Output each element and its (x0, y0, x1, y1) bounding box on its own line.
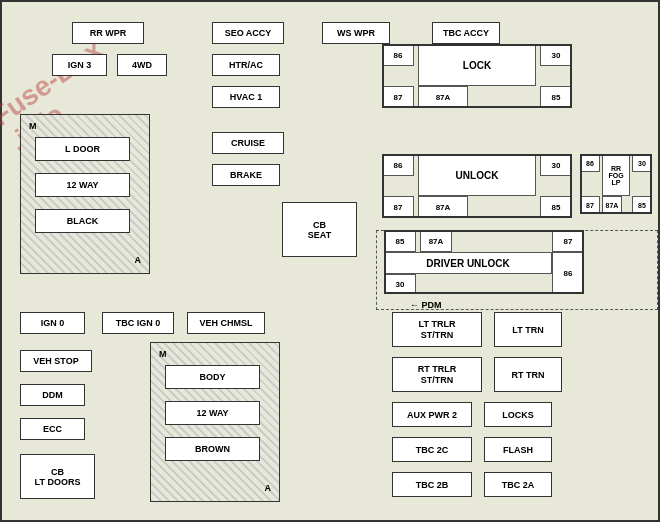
htr-ac: HTR/AC (212, 54, 280, 76)
lock-label: LOCK (418, 44, 536, 86)
du-30: 30 (384, 274, 416, 294)
lock-86: 86 (382, 44, 414, 66)
cb-lt-doors: CB LT DOORS (20, 454, 95, 499)
l-door: L DOOR (35, 137, 130, 161)
rr-fog-lp-group: 86 30 RR FOG LP 87 87A 85 (580, 154, 652, 218)
du-87: 87 (552, 230, 584, 252)
lock-85: 85 (540, 86, 572, 108)
rt-trlr-st-trn: RT TRLR ST/TRN (392, 357, 482, 392)
fuse-diagram: Fuse-Box .info RR WPR SEO ACCY WS WPR TB… (0, 0, 660, 522)
cb-seat: CB SEAT (282, 202, 357, 257)
rt-trn: RT TRN (494, 357, 562, 392)
unlock-30: 30 (540, 154, 572, 176)
m-label: M (29, 121, 37, 131)
a-label: A (135, 255, 142, 265)
body: BODY (165, 365, 260, 389)
unlock-85: 85 (540, 196, 572, 218)
veh-stop: VEH STOP (20, 350, 92, 372)
lt-trn: LT TRN (494, 312, 562, 347)
center-bottom-panel: M BODY 12 WAY BROWN A (150, 342, 280, 502)
twelve-way: 12 WAY (35, 173, 130, 197)
unlock-86: 86 (382, 154, 414, 176)
locks: LOCKS (484, 402, 552, 427)
rr-wpr: RR WPR (72, 22, 144, 44)
brown: BROWN (165, 437, 260, 461)
ws-wpr: WS WPR (322, 22, 390, 44)
foglight-label: RR FOG LP (602, 154, 630, 196)
foglight-86: 86 (580, 154, 600, 172)
unlock-label: UNLOCK (418, 154, 536, 196)
foglight-85: 85 (632, 196, 652, 214)
du-85: 85 (384, 230, 416, 252)
hvac1: HVAC 1 (212, 86, 280, 108)
tbc-accy: TBC ACCY (432, 22, 500, 44)
tbc-ign0: TBC IGN 0 (102, 312, 174, 334)
twelve-way-2: 12 WAY (165, 401, 260, 425)
du-86: 86 (552, 252, 584, 294)
four-wd: 4WD (117, 54, 167, 76)
lock-87a: 87A (418, 86, 468, 108)
tbc-2c: TBC 2C (392, 437, 472, 462)
driver-unlock-label: DRIVER UNLOCK (384, 252, 552, 274)
aux-pwr2: AUX PWR 2 (392, 402, 472, 427)
unlock-relay-group: 86 30 UNLOCK 87 87A 85 (382, 154, 572, 218)
cruise: CRUISE (212, 132, 284, 154)
lock-30: 30 (540, 44, 572, 66)
unlock-87: 87 (382, 196, 414, 218)
brake: BRAKE (212, 164, 280, 186)
driver-unlock-group: 85 87A 87 DRIVER UNLOCK 30 86 (384, 230, 584, 294)
seo-accy: SEO ACCY (212, 22, 284, 44)
ecc: ECC (20, 418, 85, 440)
du-87a: 87A (420, 230, 452, 252)
veh-chmsl: VEH CHMSL (187, 312, 265, 334)
tbc-2b: TBC 2B (392, 472, 472, 497)
ign3: IGN 3 (52, 54, 107, 76)
flash: FLASH (484, 437, 552, 462)
foglight-30: 30 (632, 154, 652, 172)
lt-trlr-st-trn: LT TRLR ST/TRN (392, 312, 482, 347)
foglight-87: 87 (580, 196, 600, 214)
a2-label: A (265, 483, 272, 493)
lock-relay-group: 86 30 LOCK 87 87A 85 (382, 44, 572, 134)
lock-87: 87 (382, 86, 414, 108)
foglight-87a: 87A (602, 196, 622, 214)
m2-label: M (159, 349, 167, 359)
unlock-87a: 87A (418, 196, 468, 218)
tbc-2a: TBC 2A (484, 472, 552, 497)
pdm-label: ← PDM (410, 300, 442, 310)
left-panel: M L DOOR 12 WAY BLACK A (20, 114, 150, 274)
black: BLACK (35, 209, 130, 233)
ign0: IGN 0 (20, 312, 85, 334)
ddm: DDM (20, 384, 85, 406)
